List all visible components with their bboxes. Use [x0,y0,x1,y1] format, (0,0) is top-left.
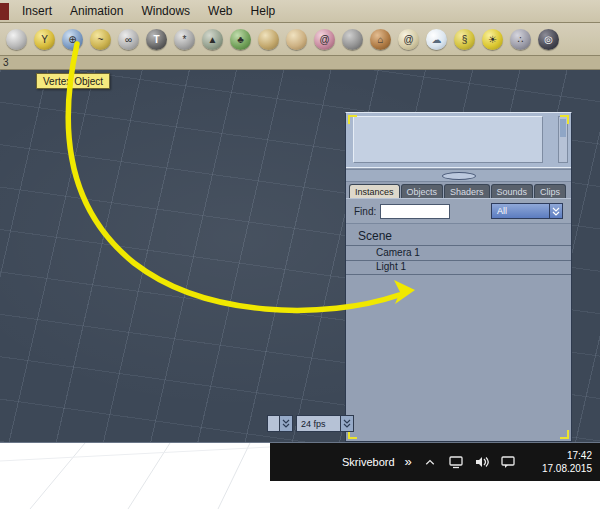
hand-object-icon[interactable] [286,29,307,50]
menu-help[interactable]: Help [242,4,285,18]
filter-dropdown[interactable]: All [491,203,563,219]
shell-object-2-icon[interactable]: @ [398,29,419,50]
filter-dropdown-value: All [497,206,507,216]
spring-object-icon[interactable]: § [454,29,475,50]
metaball-object-icon[interactable]: ∞ [118,29,139,50]
taskbar-desktop-label: Skrivebord [342,456,395,468]
tab-sounds[interactable]: Sounds [491,184,534,198]
menubar: Insert Animation Windows Web Help [0,0,600,23]
text-object-icon[interactable]: T [146,29,167,50]
find-input[interactable] [380,204,450,219]
cloud-object-icon[interactable]: ☁ [426,29,447,50]
fps-value: 24 fps [301,419,326,429]
taskbar-clock[interactable]: 17:42 17.08.2015 [542,449,592,475]
tab-shaders[interactable]: Shaders [444,184,490,198]
splitter-handle[interactable] [442,172,476,180]
viewport-grid-faint [0,443,270,509]
hidden-icons-chevron-icon[interactable] [422,454,438,470]
app-icon-partial [0,3,9,20]
action-center-icon[interactable] [500,454,516,470]
tab-strip-label[interactable]: 3 [3,57,9,68]
tab-instances[interactable]: Instances [349,184,400,198]
shell-object-icon[interactable]: @ [314,29,335,50]
dune-object-icon[interactable] [258,29,279,50]
panel-resize-corner-br[interactable] [560,430,569,439]
menu-animation[interactable]: Animation [61,4,132,18]
panel-resize-corner-tl[interactable] [348,115,357,124]
plant-object-icon[interactable]: ♣ [230,29,251,50]
terrain-object-icon[interactable]: ▲ [202,29,223,50]
scene-root-item[interactable]: Scene [346,226,571,246]
taskbar-date: 17.08.2015 [542,462,592,475]
scene-item-light[interactable]: Light 1 [346,259,571,275]
panel-preview-area [346,113,571,168]
spline-object-icon[interactable]: ~ [90,29,111,50]
taskbar-time: 17:42 [542,449,592,462]
taskbar-overflow-chevron[interactable]: » [405,457,412,467]
panel-splitter[interactable] [346,169,571,182]
chevron-down-icon [340,416,353,431]
chevron-down-icon [279,416,292,431]
menu-web[interactable]: Web [199,4,241,18]
fps-dropdown[interactable]: 24 fps [296,415,354,432]
volume-icon[interactable] [474,454,490,470]
tab-clips[interactable]: Clips [534,184,566,198]
taskbar: Skrivebord » 17:42 17.08.2015 [270,443,600,481]
panel-tabs: Instances Objects Shaders Sounds Clips [346,183,571,198]
rock-object-icon[interactable] [342,29,363,50]
tooltip-text: Vertex Object [43,76,103,87]
panel-resize-corner-tr[interactable] [560,115,569,124]
scene-hierarchy-panel: Instances Objects Shaders Sounds Clips F… [345,112,572,442]
tooltip: Vertex Object [36,73,110,89]
toolbar-icons: Y⊕~∞T*▲♣@⌂@☁§☀∴◎ [6,29,559,50]
find-row: Find: All [346,198,571,224]
tab-objects[interactable]: Objects [401,184,444,198]
goblet-primitive-icon[interactable]: Y [34,29,55,50]
menu-windows[interactable]: Windows [132,4,199,18]
document-tab-strip: 3 [0,56,600,70]
sphere-primitive-icon[interactable] [6,29,27,50]
network-icon[interactable] [448,454,464,470]
vertex-object-icon[interactable]: ⊕ [62,29,83,50]
target-object-icon[interactable]: ◎ [538,29,559,50]
chevron-down-icon [549,204,562,218]
sunburst-object-icon[interactable]: ☀ [482,29,503,50]
toolbar: Y⊕~∞T*▲♣@⌂@☁§☀∴◎ [0,23,600,56]
particles-object-icon[interactable]: ∴ [510,29,531,50]
panel-preview-pane [353,116,543,163]
particle-object-icon[interactable]: * [174,29,195,50]
menu-insert[interactable]: Insert [13,4,61,18]
viewport-dropdown-partial[interactable] [267,415,293,432]
find-label: Find: [354,206,376,217]
building-object-icon[interactable]: ⌂ [370,29,391,50]
